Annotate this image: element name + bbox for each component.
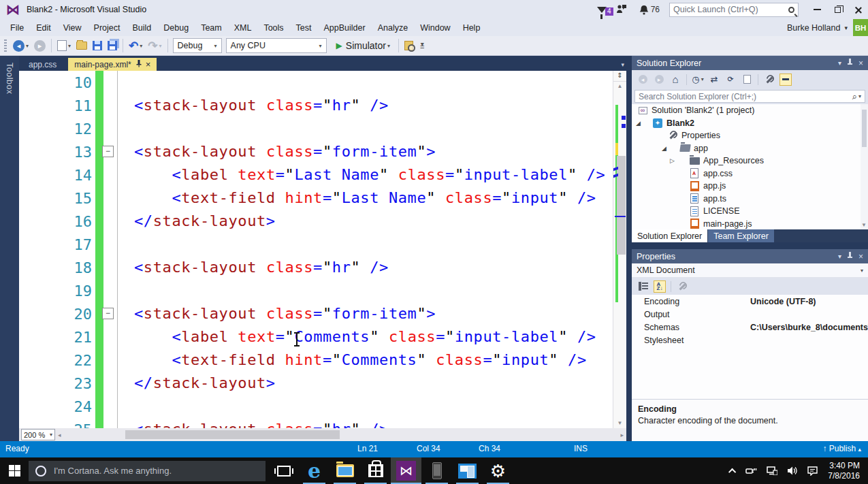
- file-explorer-taskbar-button[interactable]: [329, 457, 360, 484]
- home-button[interactable]: ⌂: [669, 74, 681, 86]
- fold-collapse-box[interactable]: −: [102, 146, 114, 157]
- menu-team[interactable]: Team: [195, 20, 228, 35]
- network-icon[interactable]: [767, 466, 777, 475]
- code-line-21[interactable]: 21 <label text="Comments" class="input-l…: [19, 325, 613, 349]
- power-plug-icon[interactable]: [745, 466, 757, 475]
- menu-debug[interactable]: Debug: [157, 20, 195, 35]
- code-line-25[interactable]: 25<stack-layout class="hr" />: [19, 418, 613, 428]
- tree-item-app.css[interactable]: app.css: [632, 167, 868, 180]
- menu-view[interactable]: View: [57, 20, 88, 35]
- start-debug-button[interactable]: ▶ Simulator ▾: [334, 38, 392, 53]
- menu-window[interactable]: Window: [414, 20, 456, 35]
- edge-taskbar-button[interactable]: e: [299, 457, 329, 484]
- code-line-23[interactable]: 23</stack-layout>: [19, 372, 613, 395]
- code-line-15[interactable]: 15 <text-field hint="Last Name" class="i…: [19, 187, 613, 210]
- properties-titlebar[interactable]: Properties ▾ ×: [632, 249, 868, 263]
- navigate-forward-button[interactable]: ▸: [32, 38, 48, 53]
- send-feedback-icon[interactable]: [616, 4, 627, 16]
- scrollbar-thumb[interactable]: [617, 156, 626, 255]
- code-line-14[interactable]: 14 <label text="Last Name" class="input-…: [19, 163, 613, 187]
- close-tab-icon[interactable]: ×: [146, 61, 151, 68]
- pin-icon[interactable]: [848, 252, 852, 261]
- selected-object-select[interactable]: XML Document▾: [632, 263, 868, 278]
- show-all-files-button[interactable]: [741, 74, 753, 86]
- categorized-view-button[interactable]: [637, 280, 649, 293]
- code-line-10[interactable]: 10: [19, 71, 613, 94]
- close-panel-icon[interactable]: ×: [858, 59, 863, 68]
- splitter-handle[interactable]: ⇕: [613, 71, 626, 82]
- property-row-stylesheet[interactable]: Stylesheet: [632, 334, 868, 346]
- toolbox-tab[interactable]: Toolbox: [0, 56, 19, 441]
- tree-item-App_Resources[interactable]: ▷App_Resources: [632, 155, 868, 167]
- code-line-22[interactable]: 22 <text-field hint="Comments" class="in…: [19, 349, 613, 372]
- menu-help[interactable]: Help: [457, 20, 487, 35]
- scroll-up-arrow[interactable]: ▲: [613, 82, 626, 91]
- menu-tools[interactable]: Tools: [257, 20, 289, 35]
- hscrollbar-thumb[interactable]: [125, 430, 340, 439]
- code-line-19[interactable]: 19: [19, 279, 613, 302]
- window-position-dropdown-icon[interactable]: ▾: [838, 253, 841, 260]
- redo-button[interactable]: ↷▾: [146, 38, 163, 53]
- code-line-16[interactable]: 16</stack-layout>: [19, 210, 613, 233]
- navigate-backward-button[interactable]: ◂▾: [11, 38, 31, 53]
- account-dropdown-icon[interactable]: ▾: [844, 25, 848, 31]
- menu-file[interactable]: File: [4, 20, 30, 35]
- property-pages-button[interactable]: [676, 280, 688, 293]
- scroll-right-arrow[interactable]: ▸: [617, 432, 626, 438]
- menu-project[interactable]: Project: [88, 20, 127, 35]
- start-button[interactable]: [0, 457, 29, 484]
- cortana-search-input[interactable]: I'm Cortana. Ask me anything.: [29, 461, 266, 481]
- action-center-icon[interactable]: [807, 466, 818, 476]
- horizontal-scrollbar[interactable]: [64, 429, 618, 440]
- solution-search-input[interactable]: Search Solution Explorer (Ctrl+;) ⌕▾: [634, 90, 865, 103]
- tree-item-app.ts[interactable]: app.ts: [632, 193, 868, 206]
- undo-button[interactable]: ↶▾: [127, 38, 144, 53]
- property-value[interactable]: C:\Users\burke_8\documents\v: [750, 323, 868, 332]
- store-taskbar-button[interactable]: [360, 457, 391, 484]
- tree-item-app[interactable]: ◢app: [632, 142, 868, 155]
- menu-test[interactable]: Test: [290, 20, 318, 35]
- publish-button[interactable]: ↑ Publish ▴: [822, 444, 861, 453]
- menu-appbuilder[interactable]: AppBuilder: [318, 20, 372, 35]
- open-file-button[interactable]: [74, 38, 89, 53]
- window-position-dropdown-icon[interactable]: ▾: [838, 59, 841, 67]
- property-value[interactable]: Unicode (UTF-8): [750, 297, 868, 306]
- expand-arrow-icon[interactable]: ▷: [670, 157, 675, 164]
- scroll-down-arrow[interactable]: ▼: [613, 419, 626, 428]
- forward-button[interactable]: ▸: [653, 74, 665, 86]
- new-file-button[interactable]: ▾: [55, 38, 73, 53]
- restore-button[interactable]: [827, 1, 848, 18]
- menu-analyze[interactable]: Analyze: [372, 20, 414, 35]
- save-button[interactable]: [91, 38, 104, 53]
- tab-well-dropdown-icon[interactable]: ▾: [621, 61, 624, 68]
- phone-emulator-taskbar-button[interactable]: [421, 457, 452, 484]
- fold-collapse-box[interactable]: −: [102, 308, 114, 319]
- property-row-output[interactable]: Output: [632, 308, 868, 321]
- document-tab-app.css[interactable]: app.css: [22, 58, 63, 71]
- close-button[interactable]: [848, 1, 868, 18]
- find-in-files-button[interactable]: [402, 38, 415, 53]
- scroll-left-arrow[interactable]: ◂: [55, 432, 64, 438]
- back-button[interactable]: ◂: [637, 74, 649, 86]
- tray-expand-chevron-icon[interactable]: [730, 468, 736, 474]
- alphabetical-sort-button[interactable]: AZ↓: [654, 280, 666, 293]
- taskbar-clock[interactable]: 3:40 PM 7/8/2016: [828, 461, 860, 481]
- property-row-encoding[interactable]: EncodingUnicode (UTF-8): [632, 295, 868, 308]
- refresh-button[interactable]: ⟳: [724, 74, 737, 86]
- collapse-all-button[interactable]: [779, 74, 792, 86]
- toolbar-overflow-button[interactable]: ▾=: [420, 42, 424, 49]
- tree-item-Blank2[interactable]: ◢✦Blank2: [632, 117, 868, 130]
- property-row-schemas[interactable]: SchemasC:\Users\burke_8\documents\v: [632, 321, 868, 334]
- volume-icon[interactable]: [787, 466, 798, 475]
- quick-launch-input[interactable]: Quick Launch (Ctrl+Q): [669, 3, 799, 17]
- tree-item-LICENSE[interactable]: LICENSE: [632, 205, 868, 218]
- tree-item-SolutionBlank21project[interactable]: ∞Solution 'Blank2' (1 project): [632, 104, 868, 117]
- close-panel-icon[interactable]: ×: [858, 252, 863, 261]
- pending-changes-filter-button[interactable]: ◷▾: [692, 74, 704, 86]
- document-tab-main-page.xml[interactable]: main-page.xml*×: [68, 58, 157, 71]
- tree-item-app.js[interactable]: app.js: [632, 180, 868, 193]
- visual-studio-taskbar-button[interactable]: ⋈: [391, 457, 421, 484]
- account-name[interactable]: Burke Holland: [787, 23, 841, 33]
- panel-tab-team-explorer[interactable]: Team Explorer: [708, 229, 774, 242]
- vertical-scrollbar[interactable]: ⇕ ▲ ▼: [613, 71, 626, 428]
